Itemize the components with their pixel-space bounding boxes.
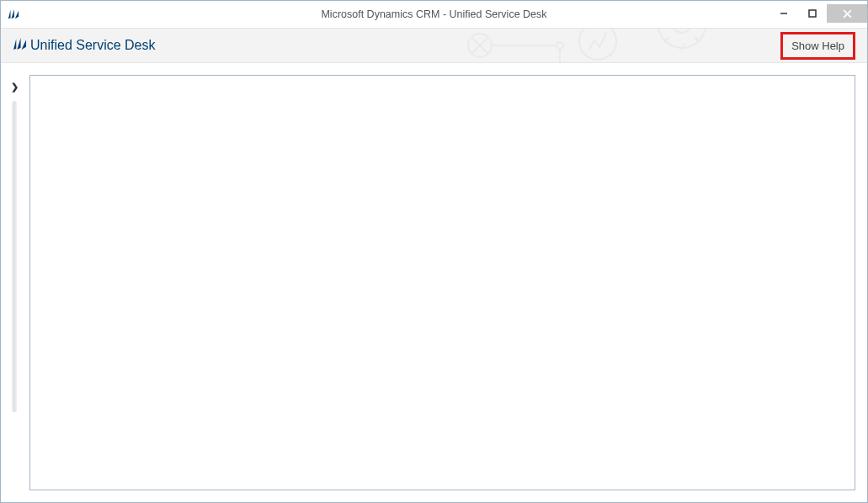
svg-point-10 — [579, 28, 616, 60]
left-gutter: ❯ — [4, 75, 24, 494]
svg-point-4 — [468, 34, 492, 57]
svg-point-8 — [556, 42, 563, 49]
titlebar: Microsoft Dynamics CRM - Unified Service… — [1, 1, 867, 28]
maximize-button[interactable] — [798, 4, 827, 23]
close-button[interactable] — [827, 4, 867, 23]
main-panel — [29, 75, 855, 490]
expand-panel-chevron-icon[interactable]: ❯ — [11, 82, 19, 93]
svg-point-11 — [658, 28, 706, 48]
toolbar-decoration — [429, 28, 783, 63]
app-icon — [8, 8, 19, 20]
svg-rect-1 — [809, 10, 816, 17]
svg-line-6 — [471, 37, 488, 54]
toolbar: Unified Service Desk Show Help — [1, 28, 867, 63]
left-scroll-track[interactable] — [12, 101, 17, 412]
svg-point-12 — [674, 28, 690, 33]
content-area: ❯ — [1, 63, 867, 502]
svg-line-5 — [471, 37, 488, 54]
app-logo-icon — [13, 37, 27, 55]
window-controls — [769, 4, 867, 24]
show-help-button[interactable]: Show Help — [780, 32, 855, 60]
app-name-label: Unified Service Desk — [30, 38, 156, 53]
minimize-button[interactable] — [769, 4, 798, 23]
window-title: Microsoft Dynamics CRM - Unified Service… — [1, 8, 867, 20]
